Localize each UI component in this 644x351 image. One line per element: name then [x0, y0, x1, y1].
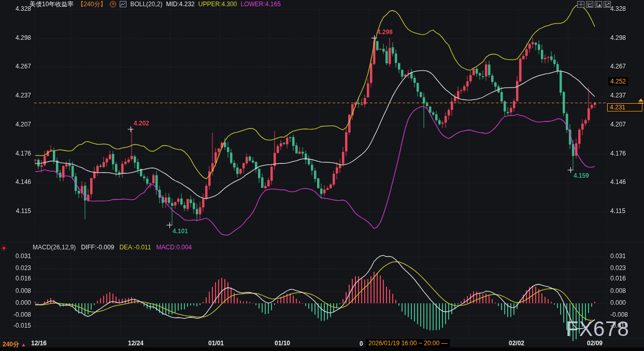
- price-axis-label-left: 4.328: [4, 5, 31, 12]
- macd-axis-label-right: 0.000: [610, 299, 626, 306]
- date-axis-label: 01/10: [275, 340, 290, 347]
- macd-axis-label-left: 0.000: [4, 299, 31, 306]
- price-axis-label-left: 4.237: [4, 92, 31, 99]
- macd-axis-label-left: 0.023: [4, 264, 31, 272]
- price-axis-label-right: 4.146: [610, 178, 626, 186]
- macd-axis-label-left: 0.016: [4, 275, 31, 282]
- high-price-tag: 4.252: [608, 77, 628, 86]
- macd-axis-label-left: 0.008: [4, 287, 31, 294]
- macd-alert-icon: [1, 245, 7, 251]
- price-axis-label-left: 4.115: [4, 207, 31, 215]
- price-axis-label-right: 4.267: [610, 63, 626, 70]
- date-axis-label: 02/02: [509, 340, 524, 347]
- price-axis-label-right: 4.176: [610, 150, 626, 157]
- watermark: FX678: [566, 317, 629, 341]
- macd-macd-value: MACD:0.004: [156, 244, 192, 251]
- crosshair-move-icon[interactable]: [577, 1, 584, 8]
- partial-date-label: 0: [360, 340, 363, 347]
- current-price-tag: 4.231: [607, 103, 642, 111]
- pane-play-icon[interactable]: [595, 1, 602, 8]
- pane-chart-icon[interactable]: [586, 1, 593, 8]
- price-axis-label-right: 4.237: [610, 92, 626, 99]
- price-annotation: 4.159: [574, 172, 589, 179]
- price-axis-label-right: 4.115: [610, 207, 625, 215]
- chart-canvas[interactable]: [0, 0, 644, 351]
- price-axis-label-left: 4.298: [4, 34, 31, 41]
- price-axis-label-right: 4.328: [610, 5, 626, 12]
- price-annotation: 4.101: [173, 228, 188, 235]
- bottom-strip: [0, 347, 644, 351]
- macd-axis-label-left: -0.015: [4, 322, 31, 329]
- boll-upper-value: UPPER:4.300: [198, 1, 237, 8]
- date-axis-label: 02/09: [587, 340, 603, 347]
- chart-toolbar: [577, 1, 611, 8]
- price-annotation: 4.298: [377, 29, 393, 36]
- macd-axis-label-right: 0.023: [610, 264, 626, 272]
- date-axis-label: 12/16: [31, 340, 47, 347]
- chart-app-window: 美债10年收益率 【240分】 + BOLL(20,2) MID:4.232 U…: [0, 0, 644, 351]
- timeframe-arrow-icon: ▲: [21, 342, 26, 347]
- macd-header: MACD(26,12,9) DIFF:-0.009 DEA:-0.011 MAC…: [33, 244, 192, 251]
- price-axis-label-right: 4.298: [610, 34, 626, 41]
- mini-chart-icon[interactable]: [120, 1, 126, 7]
- boll-lower-value: LOWER:4.165: [241, 1, 281, 8]
- price-axis-label-left: 4.176: [4, 150, 31, 157]
- add-indicator-icon[interactable]: +: [110, 1, 116, 7]
- macd-dea-value: DEA:-0.011: [119, 244, 151, 251]
- price-axis-label-left: 4.267: [4, 63, 31, 70]
- price-axis-label-right: 4.207: [610, 121, 626, 128]
- date-axis-label: 12/24: [128, 340, 144, 347]
- price-axis-label-left: 4.207: [4, 121, 31, 128]
- boll-indicator-label[interactable]: BOLL(20,2): [130, 1, 162, 8]
- macd-axis-label-left: -0.008: [4, 311, 31, 318]
- chart-header: 美债10年收益率 【240分】 + BOLL(20,2) MID:4.232 U…: [30, 0, 281, 8]
- macd-diff-value: DIFF:-0.009: [81, 244, 114, 251]
- boll-mid-value: MID:4.232: [166, 1, 194, 8]
- time-hover-tooltip: 2026/01/19 16:00 ~ 20:00 —: [366, 339, 450, 347]
- date-axis-label: 01/01: [208, 340, 224, 347]
- period-tag[interactable]: 【240分】: [77, 0, 106, 9]
- macd-axis-label-left: 0.031: [4, 252, 31, 260]
- price-axis-label-left: 4.146: [4, 178, 31, 186]
- symbol-title: 美债10年收益率: [30, 0, 74, 9]
- macd-axis-label-right: 0.031: [610, 252, 626, 260]
- macd-axis-label-right: 0.016: [610, 275, 626, 282]
- macd-axis-label-right: 0.008: [610, 287, 626, 294]
- macd-indicator-label[interactable]: MACD(26,12,9): [33, 244, 76, 251]
- price-annotation: 4.202: [134, 120, 149, 127]
- pane-export-icon[interactable]: [604, 1, 611, 8]
